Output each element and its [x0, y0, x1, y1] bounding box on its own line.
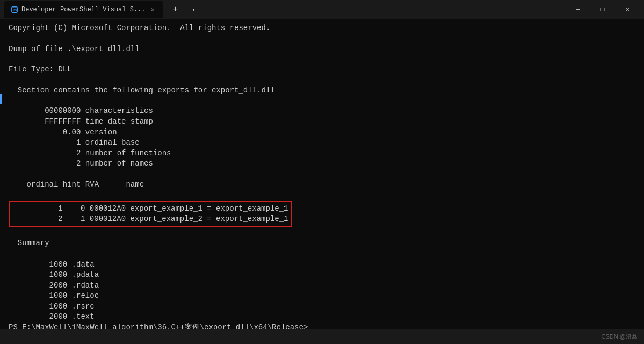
output-line-17: [9, 190, 635, 200]
terminal-window: PS Developer PowerShell Visual S... ✕ + …: [0, 0, 644, 344]
tab-dropdown-button[interactable]: ▾: [187, 3, 200, 16]
output-line-2: [9, 34, 635, 44]
output-line-8: [9, 96, 635, 106]
title-bar: PS Developer PowerShell Visual S... ✕ + …: [0, 0, 644, 19]
output-line-21: 1000 .data: [9, 260, 635, 270]
output-line-11: 0.00 version: [9, 127, 635, 138]
output-line-12: 1 ordinal base: [9, 138, 635, 148]
bottom-bar: CSDN @澄鑫: [0, 329, 644, 344]
export-line-1: 1 0 000012A0 export_example_1 = export_e…: [13, 204, 288, 214]
active-tab[interactable]: PS Developer PowerShell Visual S... ✕: [4, 1, 163, 18]
minimize-button[interactable]: ─: [566, 0, 590, 19]
output-line-23: 2000 .rdata: [9, 281, 635, 291]
terminal-content[interactable]: Copyright (C) Microsoft Corporation. All…: [0, 19, 644, 329]
highlighted-exports: 1 0 000012A0 export_example_1 = export_e…: [9, 201, 292, 227]
tab-close-button[interactable]: ✕: [148, 5, 157, 14]
title-bar-left: PS Developer PowerShell Visual S... ✕ + …: [4, 1, 561, 18]
output-line-14: 2 number of names: [9, 159, 635, 169]
output-line-1: Copyright (C) Microsoft Corporation. All…: [9, 23, 635, 34]
output-line-3: Dump of file .\export_dll.dll: [9, 44, 635, 55]
maximize-button[interactable]: □: [590, 0, 615, 19]
close-button[interactable]: ✕: [615, 0, 640, 19]
prompt-line: PS E:\MaxWell\1MaxWell_algorithm\36.C++案…: [9, 322, 635, 329]
watermark: CSDN @澄鑫: [602, 333, 638, 341]
output-line-24: 1000 .reloc: [9, 291, 635, 302]
output-line-10: FFFFFFFF time date stamp: [9, 117, 635, 127]
output-line-19: Summary: [9, 238, 635, 249]
output-line-22: 1000 .pdata: [9, 270, 635, 281]
tab-icon: PS: [11, 6, 18, 13]
new-tab-button[interactable]: +: [168, 2, 183, 17]
window-controls: ─ □ ✕: [566, 0, 640, 19]
output-line-20: [9, 249, 635, 260]
output-line-5: File Type: DLL: [9, 64, 635, 75]
output-line-9: 00000000 characteristics: [9, 106, 635, 117]
output-line-26: 2000 .text: [9, 312, 635, 322]
output-line-15: [9, 169, 635, 180]
output-line-13: 2 number of functions: [9, 148, 635, 159]
output-line-25: 1000 .rsrc: [9, 302, 635, 312]
export-line-2: 2 1 000012A0 export_example_2 = export_e…: [13, 214, 288, 225]
output-line-16: ordinal hint RVA name: [9, 180, 635, 190]
left-accent-bar: [0, 94, 2, 104]
output-line-4: [9, 54, 635, 64]
tab-label: Developer PowerShell Visual S...: [21, 6, 145, 13]
svg-text:PS: PS: [13, 8, 17, 12]
output-line-7: Section contains the following exports f…: [9, 85, 635, 96]
output-line-6: [9, 75, 635, 85]
output-line-18: [9, 228, 635, 239]
